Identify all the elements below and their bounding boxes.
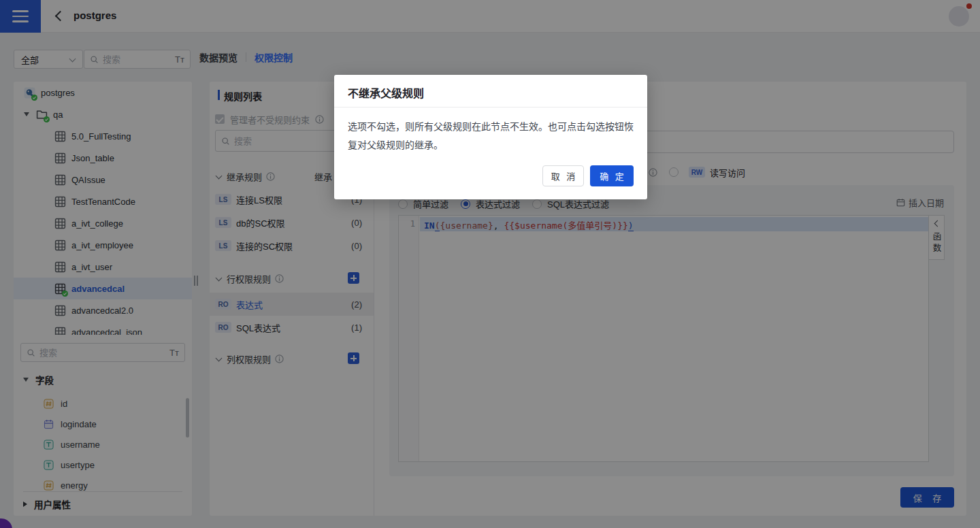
confirm-dialog: 不继承父级规则 选项不勾选，则所有父级规则在此节点不生效。也可点击勾选按钮恢复对… [334, 75, 647, 199]
app-screen: postgres 全部 Tт 数据预览 权限控制 postgres qa [0, 0, 980, 528]
dialog-title: 不继承父级规则 [348, 84, 424, 101]
dialog-divider [334, 107, 647, 108]
cancel-button[interactable]: 取 消 [542, 165, 584, 186]
dialog-message: 选项不勾选，则所有父级规则在此节点不生效。也可点击勾选按钮恢复对父级规则的继承。 [348, 118, 634, 154]
dialog-buttons: 取 消 确 定 [542, 165, 634, 186]
confirm-button[interactable]: 确 定 [590, 165, 634, 186]
